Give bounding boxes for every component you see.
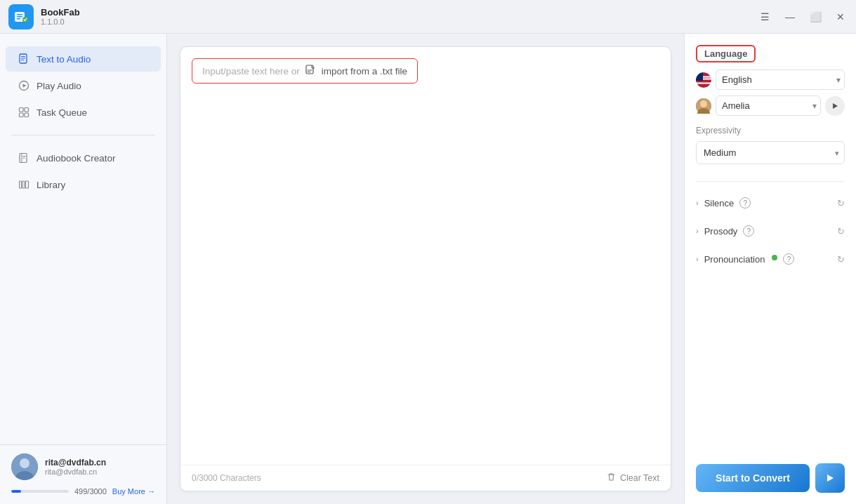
pronounciation-help-icon[interactable]: ?: [783, 253, 794, 265]
svg-rect-16: [23, 156, 26, 157]
svg-rect-11: [20, 108, 24, 112]
titlebar-left: BookFab 1.1.0.0: [8, 4, 80, 29]
svg-marker-29: [827, 475, 834, 482]
silence-refresh-icon[interactable]: ↻: [837, 198, 845, 208]
sidebar-item-task-queue[interactable]: Task Queue: [6, 100, 161, 125]
silence-chevron-icon: ›: [696, 199, 699, 207]
silence-section-header[interactable]: › Silence ? ↻: [696, 190, 845, 215]
play-circle-icon: [18, 80, 29, 91]
silence-label: Silence: [704, 198, 735, 208]
titlebar-controls: ☰ — ⬜ ✕: [758, 10, 848, 24]
svg-rect-18: [20, 181, 22, 188]
input-placeholder-text: Input/paste text here or: [202, 66, 300, 77]
usage-text: 499/3000: [74, 487, 107, 496]
sidebar-secondary-section: Audiobook Creator Library: [0, 141, 166, 201]
sidebar-label-text-to-audio: Text to Audio: [37, 54, 91, 65]
play-convert-button[interactable]: [815, 463, 845, 493]
prosody-section-right: ↻: [837, 226, 845, 237]
main-area: Text to Audio Play Audio: [0, 34, 856, 504]
convert-footer: Start to Convert: [696, 452, 845, 493]
voice-select-wrapper: Amelia: [716, 95, 821, 116]
svg-rect-20: [26, 181, 29, 188]
user-details: rita@dvdfab.cn rita@dvdfab.cn: [45, 458, 106, 476]
usage-bar-background: [11, 490, 69, 493]
user-info: rita@dvdfab.cn rita@dvdfab.cn: [11, 453, 155, 480]
sidebar-label-library: Library: [37, 180, 65, 190]
minimize-button[interactable]: —: [783, 10, 797, 24]
pronounciation-section-right: ↻: [837, 254, 845, 265]
expressivity-select[interactable]: Medium Low High: [696, 141, 845, 164]
svg-rect-14: [25, 113, 29, 117]
titlebar: BookFab 1.1.0.0 ☰ — ⬜ ✕: [0, 0, 856, 34]
usage-bar-container: 499/3000 Buy More →: [11, 487, 155, 496]
svg-rect-13: [20, 113, 24, 117]
app-name: BookFab: [41, 7, 80, 18]
clear-text-button[interactable]: Clear Text: [607, 472, 659, 484]
sidebar-label-task-queue: Task Queue: [37, 107, 87, 118]
prosody-section-header[interactable]: › Prosody ? ↻: [696, 218, 845, 244]
svg-point-22: [20, 458, 29, 468]
file-text-icon: [18, 53, 29, 65]
voice-preview-button[interactable]: [825, 96, 845, 116]
language-select-wrapper: English: [716, 69, 845, 90]
pronounciation-section-header[interactable]: › Pronounciation ? ↻: [696, 246, 845, 272]
editor-container: Input/paste text here or import from a .…: [180, 46, 671, 491]
prosody-section-left: › Prosody ?: [696, 225, 754, 237]
expressivity-label: Expressivity: [696, 126, 845, 135]
svg-rect-7: [21, 58, 25, 59]
editor-body[interactable]: Input/paste text here or import from a .…: [180, 47, 671, 465]
svg-rect-3: [17, 18, 20, 20]
silence-help-icon[interactable]: ?: [739, 197, 751, 208]
app-version: 1.1.0.0: [41, 18, 80, 26]
sidebar-item-library[interactable]: Library: [6, 172, 161, 197]
right-panel: Language English Am: [684, 34, 856, 504]
voice-select-row: Amelia: [696, 95, 845, 116]
new-badge: [772, 255, 777, 260]
silence-section: › Silence ? ↻: [696, 190, 845, 215]
sidebar: Text to Audio Play Audio: [0, 34, 167, 504]
sidebar-label-audiobook-creator: Audiobook Creator: [37, 153, 116, 164]
start-convert-button[interactable]: Start to Convert: [696, 464, 810, 492]
voice-avatar: [696, 98, 711, 114]
sidebar-item-audiobook-creator[interactable]: Audiobook Creator: [6, 145, 161, 171]
language-label-text: Language: [696, 45, 756, 62]
language-select-row: English: [696, 69, 845, 90]
svg-marker-28: [833, 103, 838, 109]
usage-bar-fill: [11, 490, 21, 493]
editor-footer: 0/3000 Characters Clear Text: [180, 465, 671, 491]
prosody-refresh-icon[interactable]: ↻: [837, 226, 845, 237]
library-icon: [18, 179, 29, 190]
trash-icon: [607, 472, 616, 484]
sidebar-item-text-to-audio[interactable]: Text to Audio: [6, 46, 161, 72]
pronounciation-refresh-icon[interactable]: ↻: [837, 254, 845, 265]
svg-rect-17: [23, 158, 25, 159]
pronounciation-section: › Pronounciation ? ↻: [696, 246, 845, 272]
close-button[interactable]: ✕: [834, 10, 848, 24]
language-select[interactable]: English: [716, 69, 845, 90]
svg-point-26: [700, 100, 707, 107]
svg-rect-2: [17, 16, 22, 18]
language-section-header: Language: [696, 45, 845, 62]
sidebar-label-play-audio: Play Audio: [37, 81, 81, 91]
svg-rect-6: [21, 56, 25, 57]
book-icon: [18, 152, 29, 164]
text-input-hint[interactable]: Input/paste text here or import from a .…: [192, 58, 418, 84]
app-logo: [8, 4, 34, 29]
grid-icon: [18, 107, 29, 118]
import-link[interactable]: import from a .txt file: [322, 66, 407, 77]
menu-button[interactable]: ☰: [758, 10, 772, 24]
pronounciation-chevron-icon: ›: [696, 255, 699, 263]
maximize-button[interactable]: ⬜: [808, 10, 822, 24]
prosody-chevron-icon: ›: [696, 227, 699, 235]
voice-select[interactable]: Amelia: [716, 95, 821, 116]
sidebar-item-play-audio[interactable]: Play Audio: [6, 73, 161, 98]
expressivity-select-wrapper: Medium Low High: [696, 141, 845, 164]
panel-divider-1: [696, 181, 845, 182]
svg-rect-19: [22, 181, 25, 188]
prosody-help-icon[interactable]: ?: [743, 225, 754, 237]
svg-rect-8: [21, 60, 24, 60]
buy-more-link[interactable]: Buy More →: [112, 487, 155, 496]
app-name-block: BookFab 1.1.0.0: [41, 7, 80, 26]
char-count: 0/3000 Characters: [192, 473, 261, 483]
silence-section-left: › Silence ?: [696, 197, 751, 208]
